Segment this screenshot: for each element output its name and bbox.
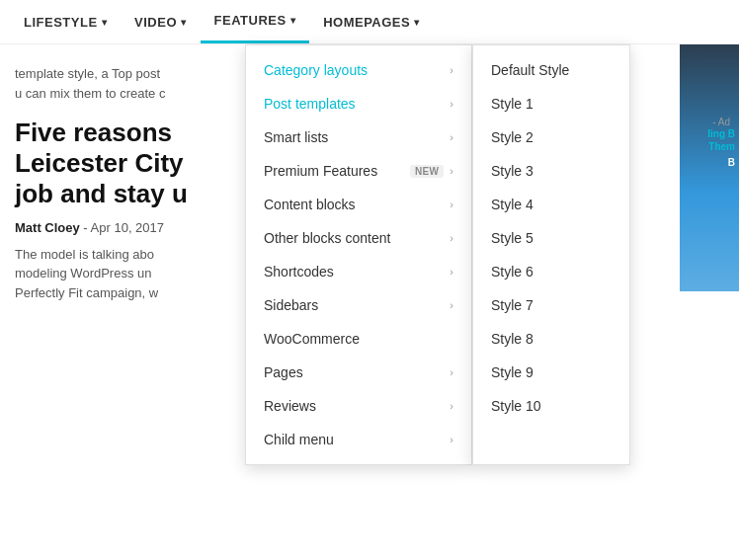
smart-lists-arrow-icon: › <box>450 131 453 143</box>
child-menu-label: Child menu <box>264 432 334 447</box>
style-9-label: Style 9 <box>491 364 534 380</box>
features-dropdown: Category layouts › Post templates › Smar… <box>245 44 472 465</box>
ad-bold-text: B <box>684 157 735 168</box>
woocommerce-label: WooCommerce <box>264 331 360 347</box>
style-6-label: Style 6 <box>491 264 534 280</box>
article-title: Five reasonsLeicester Cityjob and stay u <box>15 118 222 210</box>
style-8[interactable]: Style 8 <box>473 322 629 356</box>
style-9[interactable]: Style 9 <box>473 356 629 389</box>
menu-item-child-menu[interactable]: Child menu › <box>246 423 471 456</box>
shortcodes-label: Shortcodes <box>264 264 334 280</box>
style-5[interactable]: Style 5 <box>473 221 629 255</box>
menu-item-shortcodes[interactable]: Shortcodes › <box>246 255 471 288</box>
menu-item-reviews[interactable]: Reviews › <box>246 389 471 423</box>
style-default-label: Default Style <box>491 62 569 78</box>
homepages-chevron-icon: ▾ <box>414 17 420 28</box>
sidebars-label: Sidebars <box>264 297 318 313</box>
premium-features-right: NEW › <box>410 165 453 178</box>
article-date-separator: - <box>83 220 90 235</box>
category-layouts-label: Category layouts <box>264 62 368 78</box>
article-date: Apr 10, 2017 <box>91 220 164 235</box>
style-7[interactable]: Style 7 <box>473 288 629 322</box>
post-templates-arrow-icon: › <box>450 98 453 110</box>
style-6[interactable]: Style 6 <box>473 255 629 288</box>
ad-image: - Ad ling BThem B <box>680 44 739 291</box>
style-8-label: Style 8 <box>491 331 534 347</box>
nav-features-label: FEATURES <box>214 13 287 28</box>
video-chevron-icon: ▾ <box>181 17 187 28</box>
nav-homepages[interactable]: HOMEPAGES ▾ <box>309 0 434 43</box>
style-2-label: Style 2 <box>491 129 534 145</box>
pages-label: Pages <box>264 364 303 380</box>
sidebars-arrow-icon: › <box>450 299 453 311</box>
other-blocks-arrow-icon: › <box>450 232 453 244</box>
menu-item-post-templates[interactable]: Post templates › <box>246 87 471 120</box>
premium-features-arrow-icon: › <box>450 165 453 177</box>
style-default[interactable]: Default Style <box>473 53 629 87</box>
content-blocks-label: Content blocks <box>264 197 356 212</box>
premium-features-label: Premium Features <box>264 163 377 179</box>
style-4[interactable]: Style 4 <box>473 188 629 221</box>
other-blocks-content-label: Other blocks content <box>264 230 390 246</box>
shortcodes-arrow-icon: › <box>450 266 453 278</box>
reviews-label: Reviews <box>264 398 316 414</box>
article-meta: Matt Cloey - Apr 10, 2017 <box>15 220 222 235</box>
lifestyle-chevron-icon: ▾ <box>102 17 108 28</box>
nav-video-label: VIDEO <box>134 15 177 30</box>
style-1[interactable]: Style 1 <box>473 87 629 120</box>
nav-homepages-label: HOMEPAGES <box>323 15 410 30</box>
style-7-label: Style 7 <box>491 297 534 313</box>
top-navigation: LIFESTYLE ▾ VIDEO ▾ FEATURES ▾ HOMEPAGES… <box>0 0 739 44</box>
features-chevron-icon: ▾ <box>290 15 296 26</box>
pages-arrow-icon: › <box>450 366 453 378</box>
style-5-label: Style 5 <box>491 230 534 246</box>
article-area: template style, a Top postu can mix them… <box>0 44 237 322</box>
nav-video[interactable]: VIDEO ▾ <box>121 0 200 43</box>
nav-features[interactable]: FEATURES ▾ <box>201 0 310 43</box>
style-3[interactable]: Style 3 <box>473 154 629 188</box>
style-3-label: Style 3 <box>491 163 534 179</box>
smart-lists-label: Smart lists <box>264 129 328 145</box>
article-excerpt: The model is talking abomodeling WordPre… <box>15 245 222 303</box>
style-2[interactable]: Style 2 <box>473 120 629 154</box>
menu-item-content-blocks[interactable]: Content blocks › <box>246 188 471 221</box>
article-author: Matt Cloey <box>15 220 80 235</box>
article-intro: template style, a Top postu can mix them… <box>15 64 222 103</box>
menu-item-pages[interactable]: Pages › <box>246 356 471 389</box>
style-1-label: Style 1 <box>491 96 534 112</box>
child-menu-arrow-icon: › <box>450 434 453 445</box>
ad-overlay: - Ad ling BThem B <box>680 104 739 176</box>
style-10-label: Style 10 <box>491 398 541 414</box>
style-4-label: Style 4 <box>491 197 534 212</box>
menu-item-sidebars[interactable]: Sidebars › <box>246 288 471 322</box>
ad-blue-text: ling BThem <box>684 127 735 153</box>
style-10[interactable]: Style 10 <box>473 389 629 423</box>
menu-item-other-blocks-content[interactable]: Other blocks content › <box>246 221 471 255</box>
nav-lifestyle-label: LIFESTYLE <box>24 15 98 30</box>
new-badge: NEW <box>410 165 444 178</box>
dropdown-overlay: Category layouts › Post templates › Smar… <box>245 44 630 465</box>
nav-lifestyle[interactable]: LIFESTYLE ▾ <box>10 0 121 43</box>
menu-item-premium-features[interactable]: Premium Features NEW › <box>246 154 471 188</box>
post-templates-label: Post templates <box>264 96 356 112</box>
category-layouts-arrow-icon: › <box>450 64 453 76</box>
reviews-arrow-icon: › <box>450 400 453 412</box>
post-templates-submenu: Default Style Style 1 Style 2 Style 3 St… <box>472 44 630 465</box>
ad-label: - Ad <box>684 112 735 127</box>
menu-item-smart-lists[interactable]: Smart lists › <box>246 120 471 154</box>
menu-item-woocommerce[interactable]: WooCommerce <box>246 322 471 356</box>
content-blocks-arrow-icon: › <box>450 199 453 210</box>
menu-item-category-layouts[interactable]: Category layouts › <box>246 53 471 87</box>
